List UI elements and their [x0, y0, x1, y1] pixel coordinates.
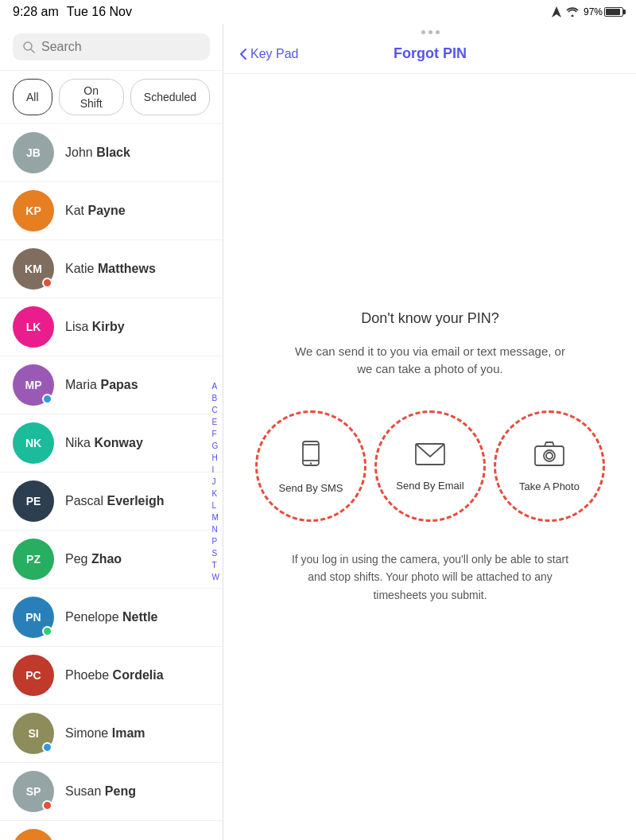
search-input-wrapper[interactable]: [13, 33, 210, 60]
list-item[interactable]: MPMaria Papas: [0, 356, 223, 414]
avatar: PZ: [13, 539, 54, 580]
main-layout: All On Shift Scheduled JBJohn BlackKPKat…: [0, 24, 636, 840]
contact-name: Pascal Everleigh: [65, 494, 165, 508]
svg-line-1: [31, 49, 34, 52]
svg-point-5: [310, 462, 312, 464]
avatar: JB: [13, 132, 54, 173]
back-label: Key Pad: [250, 47, 298, 61]
contact-name: Simone Imam: [65, 726, 145, 741]
search-input[interactable]: [41, 40, 200, 54]
status-dot: [42, 626, 52, 636]
sms-label: Send By SMS: [279, 482, 343, 494]
list-item[interactable]: SISimone Imam: [0, 705, 223, 763]
status-bar: 9:28 am Tue 16 Nov 97%: [0, 0, 636, 24]
drag-handle: [223, 24, 636, 34]
alpha-index-letter[interactable]: E: [212, 417, 219, 428]
alphabet-index: ABCEFGHIJKLMNPSTW: [212, 381, 219, 583]
option-sms[interactable]: Send By SMS: [255, 410, 366, 522]
right-header: Key Pad Forgot PIN: [223, 34, 636, 74]
list-item[interactable]: PEPascal Everleigh: [0, 472, 223, 531]
photo-icon: [533, 440, 565, 474]
search-bar: [0, 24, 223, 71]
avatar: MP: [13, 364, 54, 406]
contact-name: Penelope Nettle: [65, 610, 158, 624]
status-dot: [42, 742, 52, 752]
status-time: 9:28 am: [13, 5, 59, 19]
contact-name: Nika Konway: [65, 436, 143, 450]
forgot-pin-note: If you log in using the camera, you'll o…: [287, 550, 573, 604]
right-panel: Key Pad Forgot PIN Don't know your PIN? …: [223, 24, 636, 840]
list-item[interactable]: TLTom Little: [0, 821, 223, 840]
alpha-index-letter[interactable]: W: [212, 572, 219, 583]
options-row: Send By SMS Send By Email Take A Photo: [255, 410, 605, 522]
alpha-index-letter[interactable]: A: [212, 381, 219, 392]
status-dot: [42, 278, 52, 288]
alpha-index-letter[interactable]: I: [212, 465, 219, 476]
contact-name: Peg Zhao: [65, 552, 122, 566]
contact-name: John Black: [65, 146, 130, 160]
status-dot: [42, 800, 52, 811]
tab-scheduled[interactable]: Scheduled: [130, 79, 210, 115]
alpha-index-letter[interactable]: S: [212, 548, 219, 559]
avatar: PC: [13, 655, 54, 696]
alpha-index-letter[interactable]: M: [212, 512, 219, 523]
avatar: NK: [13, 422, 54, 464]
avatar: PN: [13, 597, 54, 638]
contact-name: Kat Payne: [65, 204, 126, 218]
contact-name: Phoebe Cordelia: [65, 668, 164, 682]
list-item[interactable]: SPSusan Peng: [0, 763, 223, 821]
avatar: SP: [13, 771, 54, 812]
svg-rect-7: [535, 446, 564, 465]
battery-percent: 97%: [584, 6, 603, 18]
alpha-index-letter[interactable]: T: [212, 560, 219, 571]
sms-icon: [296, 438, 326, 476]
svg-point-9: [546, 453, 553, 459]
avatar: LK: [13, 306, 54, 348]
tab-onshift[interactable]: On Shift: [59, 79, 124, 115]
email-icon: [414, 440, 446, 473]
forgot-pin-heading: Don't know your PIN?: [361, 310, 499, 327]
photo-label: Take A Photo: [519, 480, 580, 492]
filter-tabs: All On Shift Scheduled: [0, 71, 223, 124]
list-item[interactable]: NKNika Konway: [0, 414, 223, 472]
alpha-index-letter[interactable]: J: [212, 476, 219, 488]
contact-name: Katie Matthews: [65, 262, 156, 276]
contact-name: Susan Peng: [65, 784, 136, 799]
list-item[interactable]: JBJohn Black: [0, 124, 223, 182]
search-icon: [22, 41, 35, 53]
status-dot: [42, 394, 52, 404]
list-item[interactable]: LKLisa Kirby: [0, 298, 223, 356]
forgot-pin-content: Don't know your PIN? We can send it to y…: [223, 74, 636, 840]
list-item[interactable]: PZPeg Zhao: [0, 531, 223, 589]
back-button[interactable]: Key Pad: [239, 47, 298, 61]
status-icons: 97%: [552, 6, 623, 18]
option-email[interactable]: Send By Email: [374, 410, 486, 522]
contact-list: JBJohn BlackKPKat PayneKMKatie MatthewsL…: [0, 124, 223, 840]
contact-name: Maria Papas: [65, 378, 138, 392]
avatar: KM: [13, 248, 54, 290]
page-title: Forgot PIN: [394, 45, 467, 62]
battery-indicator: 97%: [584, 6, 623, 18]
chevron-left-icon: [239, 48, 247, 60]
list-item[interactable]: KPKat Payne: [0, 182, 223, 240]
list-item[interactable]: PCPhoebe Cordelia: [0, 647, 223, 705]
alpha-index-letter[interactable]: K: [212, 488, 219, 500]
list-item[interactable]: PNPenelope Nettle: [0, 589, 223, 647]
option-photo[interactable]: Take A Photo: [494, 410, 605, 522]
wifi-icon: [566, 7, 579, 17]
location-icon: [552, 6, 561, 18]
alpha-index-letter[interactable]: L: [212, 500, 219, 511]
alpha-index-letter[interactable]: G: [212, 441, 219, 452]
alpha-index-letter[interactable]: N: [212, 524, 219, 535]
alpha-index-letter[interactable]: B: [212, 393, 219, 404]
list-item[interactable]: KMKatie Matthews: [0, 240, 223, 298]
alpha-index-letter[interactable]: F: [212, 429, 219, 440]
avatar: SI: [13, 713, 54, 754]
alpha-index-letter[interactable]: H: [212, 453, 219, 464]
alpha-index-letter[interactable]: C: [212, 405, 219, 416]
alpha-index-letter[interactable]: P: [212, 536, 219, 547]
avatar: PE: [13, 480, 54, 522]
left-panel: All On Shift Scheduled JBJohn BlackKPKat…: [0, 24, 223, 840]
tab-all[interactable]: All: [13, 79, 52, 115]
avatar: KP: [13, 190, 54, 231]
